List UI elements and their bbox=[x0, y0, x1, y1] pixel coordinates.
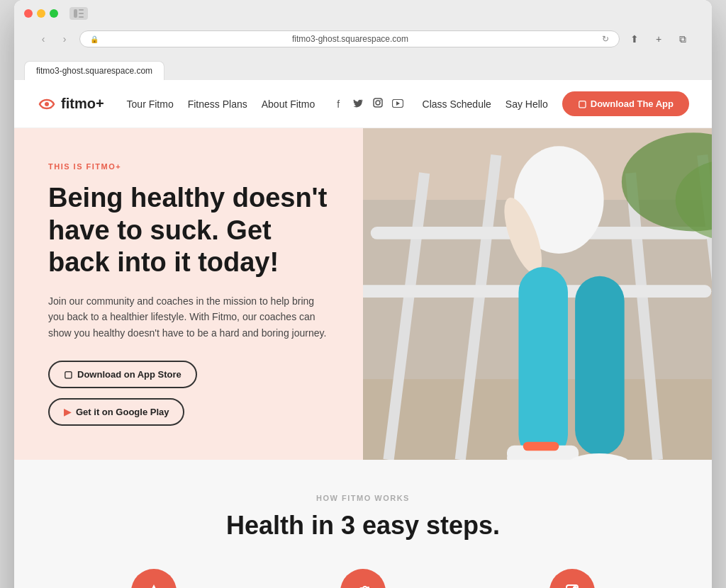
how-fitmo-works-section: HOW FITMO WORKS Health in 3 easy steps. … bbox=[14, 460, 712, 588]
google-play-icon: ▶ bbox=[64, 407, 71, 417]
sidebar-toggle-button[interactable] bbox=[69, 7, 88, 20]
svg-point-6 bbox=[376, 101, 380, 105]
download-app-label: Download The App bbox=[591, 98, 674, 109]
tabs-button[interactable]: ⧉ bbox=[674, 30, 692, 48]
how-works-title: Health in 3 easy steps. bbox=[37, 511, 689, 541]
hero-content: THIS IS FITMO+ Being healthy doesn't hav… bbox=[14, 128, 363, 460]
nav-say-hello[interactable]: Say Hello bbox=[506, 98, 548, 110]
hero-eyebrow: THIS IS FITMO+ bbox=[48, 162, 329, 171]
svg-point-4 bbox=[45, 102, 49, 106]
svg-rect-22 bbox=[575, 276, 625, 456]
step-app-planner: Fitmo+ App & Planner Laborum nulla magna… bbox=[476, 569, 668, 588]
traffic-lights bbox=[24, 9, 58, 18]
download-app-icon: ▢ bbox=[578, 98, 586, 109]
youtube-icon[interactable] bbox=[391, 98, 404, 110]
maximize-button[interactable] bbox=[50, 9, 58, 18]
forward-button[interactable]: › bbox=[55, 30, 74, 48]
app-store-icon: ▢ bbox=[64, 369, 72, 380]
hero-title: Being healthy doesn't have to suck. Get … bbox=[48, 182, 329, 279]
steps-grid: Goal Focused Sessions Laborum nulla magn… bbox=[58, 569, 668, 588]
nav-tour[interactable]: Tour Fitmo bbox=[127, 98, 174, 110]
logo-icon bbox=[37, 97, 57, 111]
svg-rect-25 bbox=[523, 442, 559, 451]
google-play-label: Get it on Google Play bbox=[76, 407, 169, 417]
google-play-button[interactable]: ▶ Get it on Google Play bbox=[48, 398, 184, 426]
svg-marker-29 bbox=[145, 584, 162, 588]
nav-fitness-plans[interactable]: Fitness Plans bbox=[188, 98, 247, 110]
window-controls bbox=[69, 7, 88, 20]
site-navigation: fitmo+ Tour Fitmo Fitness Plans About Fi… bbox=[14, 80, 712, 128]
how-works-eyebrow: HOW FITMO WORKS bbox=[37, 494, 689, 502]
download-app-button[interactable]: ▢ Download The App bbox=[562, 91, 689, 116]
twitter-icon[interactable] bbox=[352, 98, 364, 110]
nav-right: Class Schedule Say Hello ▢ Download The … bbox=[423, 91, 689, 116]
browser-tabs: fitmo3-ghost.squarespace.com bbox=[24, 58, 702, 80]
high-five-icon-circle bbox=[340, 569, 386, 588]
svg-rect-3 bbox=[79, 16, 84, 18]
svg-rect-1 bbox=[79, 9, 84, 11]
instagram-icon[interactable] bbox=[372, 98, 384, 110]
website-content: fitmo+ Tour Fitmo Fitness Plans About Fi… bbox=[14, 80, 712, 588]
new-tab-button[interactable]: + bbox=[649, 30, 668, 48]
back-button[interactable]: ‹ bbox=[34, 30, 52, 48]
nav-class-schedule[interactable]: Class Schedule bbox=[423, 98, 491, 110]
svg-point-7 bbox=[380, 100, 381, 101]
browser-tab-active[interactable]: fitmo3-ghost.squarespace.com bbox=[24, 61, 164, 80]
step-goal-sessions: Goal Focused Sessions Laborum nulla magn… bbox=[58, 569, 250, 588]
address-bar[interactable]: 🔒 fitmo3-ghost.squarespace.com ↻ bbox=[79, 30, 620, 47]
facebook-icon[interactable]: f bbox=[332, 98, 345, 110]
step-high-five: High Five Community Laborum nulla magna … bbox=[267, 569, 459, 588]
logo[interactable]: fitmo+ bbox=[37, 96, 104, 112]
hero-section: THIS IS FITMO+ Being healthy doesn't hav… bbox=[14, 128, 712, 460]
app-store-button[interactable]: ▢ Download on App Store bbox=[48, 361, 197, 388]
social-icons: f bbox=[332, 98, 404, 110]
logo-text: fitmo+ bbox=[61, 96, 104, 112]
app-store-label: Download on App Store bbox=[77, 369, 182, 380]
browser-titlebar bbox=[24, 7, 702, 20]
nav-about[interactable]: About Fitmo bbox=[262, 98, 315, 110]
hero-description: Join our community and coaches in the mi… bbox=[48, 293, 329, 341]
app-planner-icon-circle bbox=[549, 569, 595, 588]
close-button[interactable] bbox=[24, 9, 33, 18]
goal-sessions-icon-circle bbox=[131, 569, 177, 588]
nav-buttons: ‹ › bbox=[34, 30, 74, 48]
url-text: fitmo3-ghost.squarespace.com bbox=[103, 34, 598, 44]
svg-rect-5 bbox=[374, 98, 382, 107]
browser-window: ‹ › 🔒 fitmo3-ghost.squarespace.com ↻ ⬆ +… bbox=[14, 0, 712, 588]
hero-buttons: ▢ Download on App Store ▶ Get it on Goog… bbox=[48, 361, 329, 426]
svg-rect-21 bbox=[518, 267, 568, 460]
browser-toolbar-right: ⬆ + ⧉ bbox=[625, 30, 692, 48]
svg-rect-0 bbox=[74, 9, 77, 18]
browser-chrome: ‹ › 🔒 fitmo3-ghost.squarespace.com ↻ ⬆ +… bbox=[14, 0, 712, 80]
svg-rect-2 bbox=[79, 13, 84, 14]
hero-image bbox=[363, 128, 712, 460]
share-button[interactable]: ⬆ bbox=[625, 30, 644, 48]
minimize-button[interactable] bbox=[37, 9, 45, 18]
nav-links: Tour Fitmo Fitness Plans About Fitmo bbox=[127, 98, 315, 110]
browser-toolbar-row: ‹ › 🔒 fitmo3-ghost.squarespace.com ↻ ⬆ +… bbox=[24, 26, 702, 52]
svg-marker-9 bbox=[396, 101, 400, 106]
reload-icon[interactable]: ↻ bbox=[602, 34, 609, 44]
lock-icon: 🔒 bbox=[90, 35, 99, 43]
